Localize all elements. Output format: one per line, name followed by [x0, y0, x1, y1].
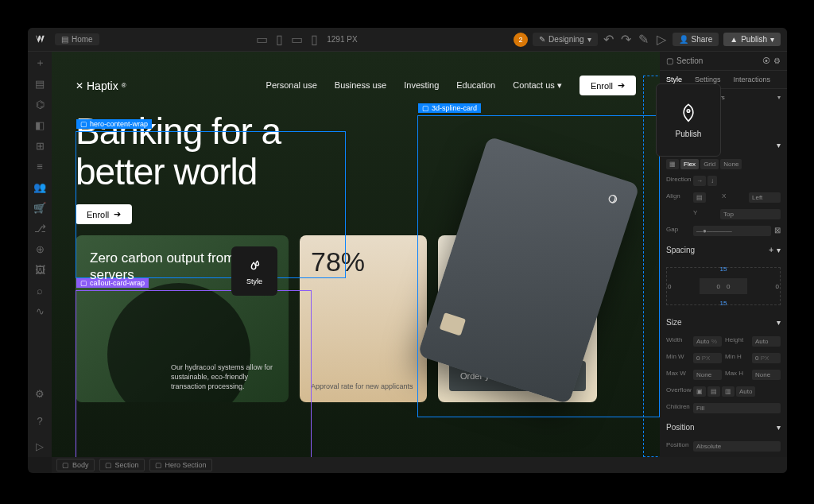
spacing-section-title[interactable]: Spacing +▾	[666, 242, 781, 258]
tablet-landscape-icon[interactable]: ▭	[290, 34, 303, 45]
rocket-icon: ▲	[730, 35, 738, 44]
crumb-body[interactable]: ▢Body	[56, 459, 95, 471]
design-canvas[interactable]: ✕ Haptix® Personal use Business use Inve…	[52, 52, 660, 457]
card-green-desc: Our hydracool systems allow for sustaina…	[171, 362, 277, 391]
box-icon: ▢	[155, 461, 162, 469]
desktop-icon[interactable]: ▭	[255, 34, 268, 45]
brand-logo[interactable]: ✕ Haptix®	[76, 79, 126, 92]
plus-icon[interactable]: +	[769, 246, 773, 254]
a11y-icon[interactable]: ∿	[33, 304, 46, 317]
lock-icon[interactable]: ⊠	[774, 226, 781, 236]
variables-icon[interactable]: ⊞	[33, 139, 46, 152]
person-icon: 👤	[679, 35, 688, 44]
overflow-hidden-icon[interactable]: ▤	[707, 386, 720, 397]
cms-icon[interactable]: ≡	[33, 160, 46, 173]
find-icon[interactable]: ⌕	[33, 284, 46, 297]
add-icon[interactable]: ＋	[33, 56, 46, 69]
enroll-hero-button[interactable]: Enroll ➔	[76, 204, 132, 224]
crumb-hero[interactable]: ▢Hero Section	[149, 459, 212, 471]
minh-input[interactable]: 0 PX	[752, 353, 781, 363]
size-section-title[interactable]: Size▾	[666, 315, 781, 330]
align-x-value[interactable]: Left	[749, 192, 781, 203]
overflow-visible-icon[interactable]: ▣	[693, 386, 706, 397]
share-button[interactable]: 👤 Share	[673, 33, 719, 46]
settings-icon[interactable]: ⚙	[773, 56, 781, 65]
chevron-down-icon[interactable]: ▾	[777, 94, 781, 101]
home-page-pill[interactable]: ▤ Home	[55, 33, 99, 45]
components-icon[interactable]: ◧	[33, 118, 46, 131]
publish-popover-label: Publish	[676, 130, 702, 138]
nav-investing[interactable]: Investing	[404, 80, 439, 91]
users-icon[interactable]: 👥	[33, 180, 46, 193]
mode-dropdown[interactable]: ✎ Designing ▾	[533, 33, 597, 46]
overflow-auto[interactable]: Auto	[736, 386, 755, 397]
margin-right[interactable]: 0	[776, 283, 779, 290]
nav-personal[interactable]: Personal use	[266, 80, 317, 91]
publish-popover[interactable]: Publish	[656, 83, 721, 157]
top-bar: ▤ Home ▭ ▯ ▭ ▯ 1291 PX 2 ✎ Designing ▾ ↶…	[28, 28, 787, 52]
navigator-icon[interactable]: ⌬	[33, 98, 46, 110]
nav-business[interactable]: Business use	[335, 80, 386, 91]
arrow-right-icon: ➔	[618, 80, 625, 91]
maxh-input[interactable]: None	[752, 370, 781, 380]
position-section-title[interactable]: Position▾	[666, 420, 781, 435]
preview-icon[interactable]: ▷	[655, 33, 668, 46]
card-chip-icon	[440, 312, 466, 336]
callout-card-green[interactable]: Zero carbon output from servers Style Ou…	[76, 235, 289, 402]
margin-bottom[interactable]: 15	[720, 300, 727, 307]
pages-icon[interactable]: ▤	[33, 77, 46, 90]
card-logo-icon	[602, 188, 624, 210]
position-value[interactable]: Absolute	[693, 441, 781, 452]
spacing-box-model[interactable]: 00 15 15 0 0	[666, 267, 781, 305]
margin-left[interactable]: 0	[668, 283, 671, 290]
nav-contact[interactable]: Contact us ▾	[513, 80, 562, 91]
chevron-down-icon: ▾	[777, 246, 781, 254]
comments-icon[interactable]: ✎	[638, 33, 650, 46]
approval-card[interactable]: 78% Approval rate for new applicants	[300, 235, 427, 402]
undo-icon[interactable]: ↶	[603, 33, 615, 46]
display-block-icon[interactable]: ▦	[666, 159, 679, 169]
display-grid[interactable]: Grid	[700, 159, 719, 169]
maxw-input[interactable]: None	[693, 370, 722, 380]
nav-education[interactable]: Education	[456, 80, 495, 91]
logic-icon[interactable]: ⎇	[33, 222, 46, 235]
bottom-breadcrumb: ▢Body ▢Section ▢Hero Section	[52, 457, 787, 473]
dir-col-icon[interactable]: ↓	[707, 176, 717, 186]
width-input[interactable]: Auto %	[693, 336, 722, 347]
display-segmented[interactable]: ▦ Flex Grid None	[666, 159, 781, 169]
enroll-nav-button[interactable]: Enroll ➔	[579, 76, 636, 95]
children-fit[interactable]: Fill	[693, 403, 781, 413]
align-y-value[interactable]: Top	[720, 209, 781, 219]
redo-icon[interactable]: ↷	[620, 33, 633, 46]
help-icon[interactable]: ?	[33, 414, 46, 427]
arrow-right-icon: ➔	[114, 209, 121, 219]
pen-icon: ✎	[539, 35, 545, 44]
tablet-icon[interactable]: ▯	[273, 34, 285, 45]
style-icon-box[interactable]: Style	[231, 246, 277, 296]
device-switcher: ▭ ▯ ▭ ▯	[255, 34, 320, 45]
display-none[interactable]: None	[720, 159, 742, 169]
settings-icon[interactable]: ⚙	[33, 387, 46, 400]
gap-input[interactable]: —●————	[693, 226, 771, 236]
video-icon[interactable]: ▷	[33, 440, 46, 452]
mobile-icon[interactable]: ▯	[308, 34, 320, 45]
overflow-scroll-icon[interactable]: ▥	[722, 386, 735, 397]
assets-icon[interactable]: 🖼	[33, 263, 46, 276]
chevron-down-icon: ▾	[770, 35, 774, 44]
tab-interactions[interactable]: Interactions	[727, 71, 777, 88]
droplets-icon	[246, 257, 263, 274]
margin-top[interactable]: 15	[720, 266, 727, 273]
overflow-segmented[interactable]: ▣ ▤ ▥ Auto	[693, 386, 781, 397]
height-input[interactable]: Auto	[752, 336, 781, 347]
collaborator-avatar[interactable]: 2	[514, 33, 528, 47]
dir-row-icon[interactable]: →	[693, 176, 706, 186]
crumb-section[interactable]: ▢Section	[99, 459, 145, 471]
target-icon[interactable]: ⦿	[762, 56, 770, 65]
minw-input[interactable]: 0 PX	[693, 353, 722, 363]
align-icon[interactable]: ▤	[693, 192, 706, 203]
display-flex[interactable]: Flex	[680, 159, 699, 169]
ecommerce-icon[interactable]: 🛒	[33, 201, 46, 214]
inspector-breadcrumb[interactable]: ▢ Section ⦿ ⚙	[660, 52, 787, 71]
apps-icon[interactable]: ⊕	[33, 242, 46, 255]
publish-button[interactable]: ▲ Publish ▾	[723, 33, 781, 46]
